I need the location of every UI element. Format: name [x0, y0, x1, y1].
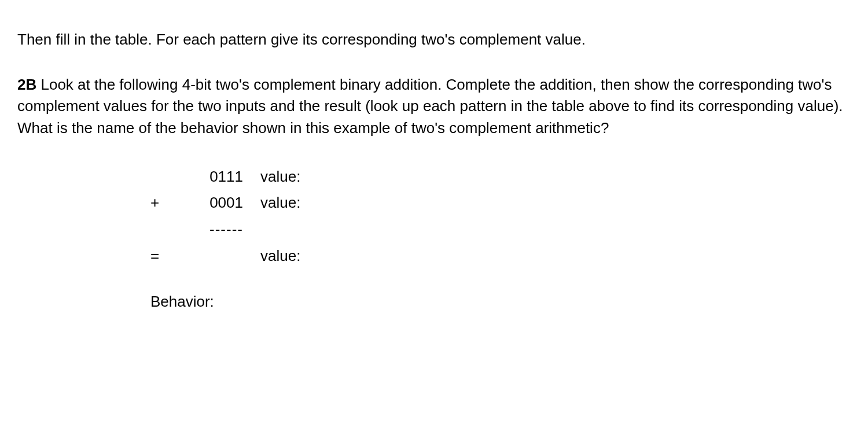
arithmetic-block: 0111 value: + 0001 value: ------ = value…: [150, 165, 851, 268]
binary-operand-2: 0001: [174, 191, 260, 215]
value-label-2: value:: [260, 191, 300, 215]
behavior-label: Behavior:: [150, 291, 851, 313]
arith-divider-row: ------: [150, 218, 851, 242]
value-label-result: value:: [260, 244, 300, 268]
intro-text: Then fill in the table. For each pattern…: [17, 29, 851, 51]
binary-operand-1: 0111: [174, 165, 260, 189]
plus-operator: +: [150, 191, 174, 215]
arith-row-result: = value:: [150, 244, 851, 268]
arith-row-1: 0111 value:: [150, 165, 851, 189]
question-text: Look at the following 4-bit two's comple…: [17, 76, 843, 137]
question-label: 2B: [17, 76, 36, 93]
equals-operator: =: [150, 244, 174, 268]
question-2b: 2B Look at the following 4-bit two's com…: [17, 74, 851, 139]
arith-row-2: + 0001 value:: [150, 191, 851, 215]
divider-dashes: ------: [174, 218, 260, 242]
value-label-1: value:: [260, 165, 300, 189]
